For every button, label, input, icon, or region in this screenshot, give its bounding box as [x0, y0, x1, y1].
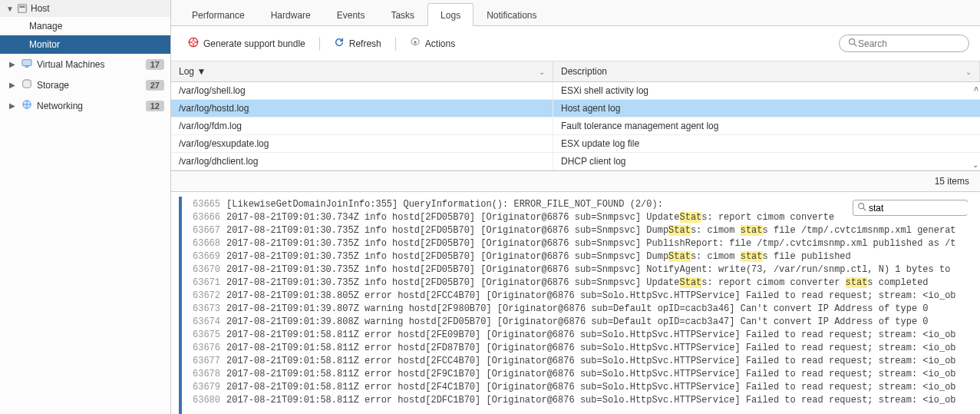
- log-line: 636672017-08-21T09:01:30.735Z info hostd…: [186, 224, 980, 237]
- log-line: 636742017-08-21T09:01:39.808Z warning ho…: [186, 316, 980, 329]
- network-icon: [21, 99, 32, 112]
- log-desc: Fault tolerance management agent log: [553, 118, 980, 134]
- host-label: Host: [31, 3, 50, 14]
- highlight: Stat: [668, 225, 691, 236]
- log-path: /var/log/fdm.log: [171, 118, 553, 134]
- search-box[interactable]: [839, 35, 969, 52]
- log-line: 636682017-08-21T09:01:30.735Z info hostd…: [186, 237, 980, 250]
- log-line: 636722017-08-21T09:01:38.805Z error host…: [186, 290, 980, 303]
- svg-rect-2: [22, 60, 31, 66]
- toolbar: Generate support bundle Refresh Actions: [171, 26, 980, 61]
- log-line: 636802017-08-21T09:01:58.811Z error host…: [186, 394, 980, 407]
- count-badge: 17: [146, 59, 164, 70]
- caret-right-icon: ▶: [9, 60, 17, 68]
- log-filter-box[interactable]: ✕: [853, 200, 968, 216]
- search-input[interactable]: [858, 38, 973, 49]
- line-number: 63679: [186, 381, 220, 394]
- monitor-item[interactable]: Monitor: [0, 35, 170, 54]
- host-tree-node[interactable]: ▼ Host: [0, 0, 170, 17]
- scroll-down-icon[interactable]: ⌄: [972, 161, 978, 169]
- main-panel: PerformanceHardwareEventsTasksLogsNotifi…: [171, 0, 980, 414]
- manage-item[interactable]: Manage: [0, 17, 170, 35]
- line-number: 63671: [186, 277, 220, 290]
- chevron-down-icon[interactable]: ⌄: [965, 68, 972, 76]
- log-line: 636782017-08-21T09:01:58.811Z error host…: [186, 368, 980, 381]
- log-path: /var/log/shell.log: [171, 82, 553, 99]
- log-desc: Host agent log: [553, 100, 980, 117]
- svg-rect-0: [18, 5, 27, 13]
- sidebar: ▼ Host Manage Monitor ▶ Virtual Machines…: [0, 0, 171, 414]
- manage-label: Manage: [29, 21, 62, 31]
- col-desc-header[interactable]: Description ⌄: [553, 61, 980, 81]
- tab-hardware[interactable]: Hardware: [258, 3, 324, 26]
- generate-support-bundle-button[interactable]: Generate support bundle: [182, 34, 312, 53]
- tab-notifications[interactable]: Notifications: [474, 3, 549, 26]
- search-icon: [856, 201, 867, 214]
- log-desc: DHCP client log: [553, 153, 980, 170]
- log-line: 636692017-08-21T09:01:30.735Z info hostd…: [186, 250, 980, 263]
- caret-right-icon: ▶: [9, 101, 17, 110]
- svg-point-8: [414, 41, 417, 44]
- nav-label: Networking: [37, 101, 83, 111]
- line-number: 63675: [186, 329, 220, 342]
- refresh-icon: [334, 37, 345, 50]
- svg-rect-3: [25, 66, 28, 67]
- log-path: /var/log/esxupdate.log: [171, 135, 553, 152]
- chevron-down-icon[interactable]: ⌄: [539, 68, 545, 76]
- button-label: Refresh: [349, 38, 381, 49]
- host-icon: [17, 3, 28, 14]
- count-badge: 27: [146, 80, 164, 91]
- col-label: Description: [561, 66, 607, 77]
- sort-indicator: ▼: [196, 66, 206, 77]
- actions-button[interactable]: Actions: [404, 34, 461, 53]
- nav-storage[interactable]: ▶ Storage 27: [0, 75, 170, 95]
- log-line: 636702017-08-21T09:01:30.735Z info hostd…: [186, 263, 980, 277]
- line-number: 63669: [186, 250, 220, 263]
- col-log-header[interactable]: Log ▼ ⌄: [171, 61, 553, 81]
- search-icon: [847, 37, 858, 50]
- log-content[interactable]: 63665[LikewiseGetDomainJoinInfo:355] Que…: [182, 197, 980, 407]
- log-row[interactable]: /var/log/shell.logESXi shell activity lo…: [171, 82, 980, 100]
- nav-label: Virtual Machines: [37, 59, 105, 70]
- line-number: 63673: [186, 303, 220, 316]
- log-row[interactable]: /var/log/fdm.logFault tolerance manageme…: [171, 118, 980, 135]
- line-number: 63680: [186, 394, 220, 407]
- divider: [395, 37, 396, 51]
- log-filter-input[interactable]: [867, 202, 980, 214]
- nav-virtual-machines[interactable]: ▶ Virtual Machines 17: [0, 54, 170, 75]
- log-row[interactable]: /var/log/dhclient.logDHCP client log: [171, 153, 980, 171]
- svg-rect-1: [20, 6, 25, 8]
- vm-icon: [21, 58, 32, 71]
- log-row[interactable]: /var/log/esxupdate.logESX update log fil…: [171, 135, 980, 153]
- line-number: 63665: [186, 198, 220, 211]
- highlight: Stat: [680, 277, 702, 288]
- log-viewer[interactable]: ✕ 63665[LikewiseGetDomainJoinInfo:355] Q…: [179, 197, 980, 414]
- highlight: stat: [846, 277, 868, 288]
- log-path: /var/log/dhclient.log: [171, 153, 553, 170]
- log-desc: ESX update log file: [553, 135, 980, 152]
- log-grid-body[interactable]: ʌ ⌄ /var/log/shell.logESXi shell activit…: [171, 82, 980, 171]
- svg-point-7: [192, 41, 195, 44]
- log-line: 636772017-08-21T09:01:58.811Z error host…: [186, 355, 980, 368]
- log-line: 636762017-08-21T09:01:58.811Z error host…: [186, 342, 980, 355]
- item-count: 15 items: [935, 176, 969, 187]
- grid-footer: 15 items: [171, 171, 980, 192]
- log-line: 636792017-08-21T09:01:58.811Z error host…: [186, 381, 980, 394]
- line-number: 63677: [186, 355, 220, 368]
- divider: [319, 37, 320, 51]
- storage-icon: [21, 78, 32, 91]
- tab-tasks[interactable]: Tasks: [378, 3, 427, 26]
- svg-point-10: [859, 204, 864, 209]
- line-number: 63678: [186, 368, 220, 381]
- scroll-up-icon[interactable]: ʌ: [974, 84, 978, 92]
- tab-logs[interactable]: Logs: [427, 3, 474, 26]
- nav-networking[interactable]: ▶ Networking 12: [0, 95, 170, 116]
- tab-performance[interactable]: Performance: [179, 3, 258, 26]
- tab-events[interactable]: Events: [324, 3, 378, 26]
- log-row[interactable]: /var/log/hostd.logHost agent log: [171, 100, 980, 118]
- highlight: stat: [741, 225, 763, 236]
- refresh-button[interactable]: Refresh: [328, 34, 388, 53]
- log-grid-header: Log ▼ ⌄ Description ⌄: [171, 61, 980, 82]
- log-line: 636712017-08-21T09:01:30.735Z info hostd…: [186, 277, 980, 290]
- caret-down-icon: ▼: [6, 5, 14, 13]
